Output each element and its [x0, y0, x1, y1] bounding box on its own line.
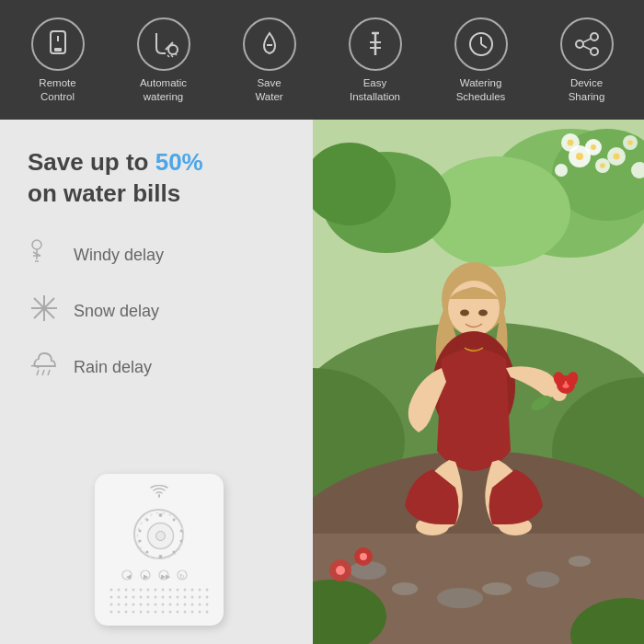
svg-point-15: [591, 33, 598, 40]
svg-line-32: [48, 370, 50, 375]
rain-delay-item: Rain delay: [28, 348, 290, 387]
snow-delay-item: Snow delay: [28, 292, 290, 331]
svg-line-5: [171, 55, 173, 57]
automatic-watering-label: Automaticwatering: [140, 76, 187, 104]
rain-delay-text: Rain delay: [74, 358, 152, 377]
svg-text:↻: ↻: [179, 573, 185, 580]
save-water-label: SaveWater: [255, 76, 282, 104]
svg-line-14: [481, 44, 487, 48]
svg-rect-107: [313, 120, 644, 644]
feature-item-easy-installation: EasyInstallation: [329, 17, 421, 104]
snow-icon: [28, 292, 61, 331]
svg-point-45: [146, 519, 149, 522]
svg-point-37: [173, 519, 176, 522]
svg-point-43: [139, 540, 142, 543]
windy-icon: [28, 236, 61, 275]
device-sharing-label: DeviceSharing: [569, 76, 605, 104]
highlight-percentage: 50%: [155, 148, 203, 176]
save-water-icon: [243, 17, 296, 71]
device-dots-pattern: [109, 587, 210, 615]
easy-installation-icon: [349, 17, 402, 71]
svg-rect-1: [54, 48, 62, 52]
svg-rect-55: [109, 587, 210, 615]
watering-schedules-label: WateringSchedules: [456, 76, 506, 104]
svg-point-3: [168, 45, 178, 54]
top-bar: RemoteControlAutomaticwateringSaveWaterE…: [0, 0, 644, 120]
feature-item-remote-control: RemoteControl: [12, 17, 104, 104]
svg-point-38: [180, 530, 183, 533]
snow-delay-text: Snow delay: [74, 302, 159, 321]
automatic-watering-icon: [137, 17, 190, 71]
device-controls: ◀ ▶ ▶▶ ↻: [118, 569, 201, 581]
svg-point-16: [576, 40, 583, 48]
device-container: ◀ ▶ ▶▶ ↻: [28, 474, 290, 626]
svg-line-18: [583, 39, 591, 42]
wifi-icon: [150, 485, 168, 501]
feature-item-save-water: SaveWater: [224, 17, 316, 104]
device-dial: [133, 509, 184, 559]
svg-point-40: [173, 551, 176, 554]
right-panel: [313, 120, 644, 644]
svg-point-41: [159, 555, 163, 558]
svg-line-4: [167, 55, 169, 57]
svg-point-42: [146, 551, 149, 554]
watering-schedules-icon: [454, 17, 508, 71]
svg-point-20: [32, 240, 41, 249]
svg-line-30: [37, 370, 39, 375]
remote-control-icon: [31, 17, 85, 71]
delay-list: Windy delay Snow delay: [28, 236, 290, 387]
svg-line-31: [42, 370, 44, 375]
remote-control-label: RemoteControl: [39, 76, 75, 104]
save-heading: Save up to 50% on water bills: [28, 147, 290, 210]
windy-delay-text: Windy delay: [74, 246, 164, 265]
easy-installation-label: EasyInstallation: [350, 76, 400, 104]
feature-item-automatic-watering: Automaticwatering: [118, 17, 210, 104]
feature-item-device-sharing: DeviceSharing: [541, 17, 633, 104]
svg-point-35: [156, 532, 166, 541]
rain-icon: [28, 348, 61, 387]
svg-point-29: [41, 305, 47, 311]
svg-point-17: [591, 48, 598, 55]
main-area: Save up to 50% on water bills Windy dela…: [0, 120, 644, 644]
svg-line-19: [583, 46, 591, 50]
feature-item-watering-schedules: WateringSchedules: [435, 17, 527, 104]
svg-point-39: [180, 540, 183, 543]
device-sharing-icon: [560, 17, 614, 71]
garden-photo: [313, 120, 644, 644]
windy-delay-item: Windy delay: [28, 236, 290, 275]
svg-point-44: [139, 530, 142, 533]
device-box: ◀ ▶ ▶▶ ↻: [95, 474, 224, 626]
left-panel: Save up to 50% on water bills Windy dela…: [0, 120, 313, 644]
svg-text:▶▶: ▶▶: [161, 573, 171, 580]
svg-point-36: [159, 513, 163, 517]
